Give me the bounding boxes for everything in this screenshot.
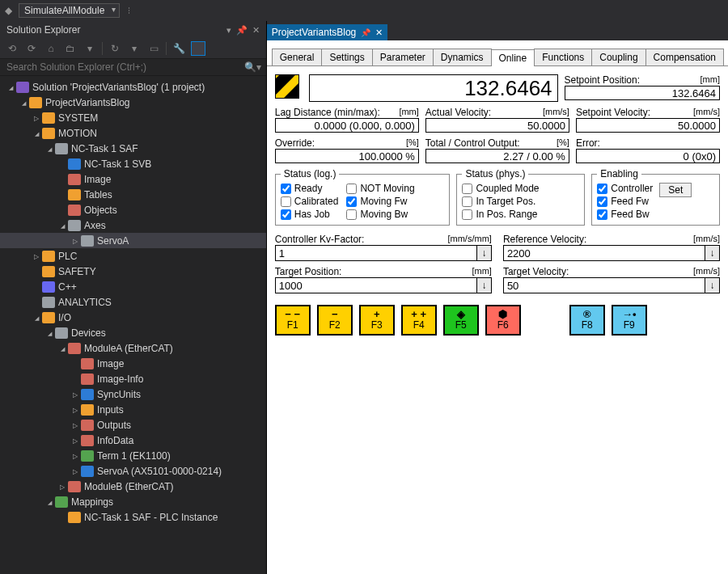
expand-arrow-icon[interactable] bbox=[31, 129, 42, 137]
tree-node[interactable]: ProjectVariantsBlog bbox=[0, 95, 266, 110]
refvel-input[interactable] bbox=[503, 245, 705, 261]
tgtvel-spin[interactable]: ↓ bbox=[705, 277, 720, 293]
panel-pin-icon[interactable]: 📌 bbox=[236, 25, 248, 36]
config-combo[interactable]: SimulateAllModule bbox=[19, 3, 120, 18]
tree-node[interactable]: I/O bbox=[0, 310, 266, 325]
movingfw-checkbox[interactable]: Moving Fw bbox=[346, 196, 414, 207]
expand-arrow-icon[interactable] bbox=[70, 421, 81, 429]
expand-arrow-icon[interactable] bbox=[70, 467, 81, 475]
expand-arrow-icon[interactable] bbox=[31, 314, 42, 322]
kv-input[interactable] bbox=[275, 245, 477, 261]
coupled-checkbox[interactable]: Coupled Mode bbox=[462, 183, 579, 194]
calibrated-checkbox[interactable]: Calibrated bbox=[281, 196, 339, 207]
tree-node[interactable]: Term 1 (EK1100) bbox=[0, 448, 266, 463]
sync-icon[interactable]: 🗀 bbox=[63, 41, 78, 56]
tree-node[interactable]: SAFETY bbox=[0, 264, 266, 279]
expand-arrow-icon[interactable] bbox=[44, 145, 55, 153]
fwd-icon[interactable]: ⟳ bbox=[24, 41, 39, 56]
tab-dynamics[interactable]: Dynamics bbox=[433, 49, 492, 65]
refvel-spin[interactable]: ↓ bbox=[705, 245, 720, 261]
tree-node[interactable]: C++ bbox=[0, 279, 266, 294]
expand-arrow-icon[interactable] bbox=[70, 390, 81, 399]
back-icon[interactable]: ⟲ bbox=[5, 41, 19, 56]
tgtpos-input[interactable] bbox=[275, 277, 477, 293]
intarget-checkbox[interactable]: In Target Pos. bbox=[462, 196, 579, 207]
tree-node[interactable]: Objects bbox=[0, 202, 266, 217]
tab-general[interactable]: General bbox=[272, 49, 323, 65]
tab-parameter[interactable]: Parameter bbox=[372, 49, 434, 65]
tree-node[interactable]: Image bbox=[0, 356, 266, 371]
f1-button[interactable]: − −F1 bbox=[275, 305, 311, 336]
tree-node[interactable]: NC-Task 1 SAF - PLC Instance bbox=[0, 509, 266, 525]
inpos-checkbox[interactable]: In Pos. Range bbox=[462, 209, 579, 220]
expand-arrow-icon[interactable] bbox=[70, 237, 81, 245]
movingbw-checkbox[interactable]: Moving Bw bbox=[346, 209, 414, 220]
ready-checkbox[interactable]: Ready bbox=[281, 183, 339, 194]
tab-compensation[interactable]: Compensation bbox=[645, 49, 724, 65]
panel-menu-icon[interactable]: ▾ bbox=[226, 25, 231, 36]
tree-node[interactable]: ServoA bbox=[0, 233, 266, 248]
home-icon[interactable]: ⌂ bbox=[44, 41, 58, 56]
expand-arrow-icon[interactable] bbox=[57, 222, 68, 230]
feedbw-checkbox[interactable]: Feed Bw bbox=[597, 209, 653, 220]
search-icon[interactable]: 🔍▾ bbox=[244, 61, 261, 73]
f5-button[interactable]: ◈F5 bbox=[443, 305, 479, 336]
dropdown2-icon[interactable]: ▾ bbox=[127, 41, 142, 56]
expand-arrow-icon[interactable] bbox=[57, 483, 68, 491]
f2-button[interactable]: −F2 bbox=[317, 305, 353, 336]
tab-settings[interactable]: Settings bbox=[321, 49, 372, 65]
close-icon[interactable]: ✕ bbox=[375, 27, 383, 38]
tree-node[interactable]: InfoData bbox=[0, 433, 266, 448]
tree-node[interactable]: NC-Task 1 SVB bbox=[0, 156, 266, 171]
tgtvel-input[interactable] bbox=[503, 277, 705, 293]
tree-node[interactable]: ANALYTICS bbox=[0, 294, 266, 310]
document-tab[interactable]: ProjectVariantsBlog 📌 ✕ bbox=[267, 24, 388, 40]
tree-node[interactable]: PLC bbox=[0, 248, 266, 264]
search-input[interactable] bbox=[5, 61, 244, 74]
expand-arrow-icon[interactable] bbox=[5, 83, 16, 91]
controller-checkbox[interactable]: Controller bbox=[597, 183, 653, 194]
pin-icon[interactable]: 📌 bbox=[361, 28, 370, 37]
tree-node[interactable]: SyncUnits bbox=[0, 386, 266, 402]
tree-node[interactable]: NC-Task 1 SAF bbox=[0, 141, 266, 156]
tree-node[interactable]: SYSTEM bbox=[0, 110, 266, 125]
tree-node[interactable]: ModuleA (EtherCAT) bbox=[0, 340, 266, 356]
expand-arrow-icon[interactable] bbox=[70, 452, 81, 460]
tab-functions[interactable]: Functions bbox=[534, 49, 592, 65]
expand-arrow-icon[interactable] bbox=[18, 99, 29, 107]
tgtpos-spin[interactable]: ↓ bbox=[477, 277, 492, 293]
properties-icon[interactable]: 🔧 bbox=[171, 41, 186, 56]
expand-arrow-icon[interactable] bbox=[44, 329, 55, 337]
expand-arrow-icon[interactable] bbox=[31, 252, 42, 260]
tree-node[interactable]: Mappings bbox=[0, 494, 266, 509]
tree-node[interactable]: ServoA (AX5101-0000-0214) bbox=[0, 463, 266, 479]
notmoving-checkbox[interactable]: NOT Moving bbox=[346, 183, 414, 194]
hasjob-checkbox[interactable]: Has Job bbox=[281, 209, 339, 220]
refresh-icon[interactable]: ↻ bbox=[108, 41, 122, 56]
tree-node[interactable]: Inputs bbox=[0, 402, 266, 417]
dropdown-extra-icon[interactable]: ⸽ bbox=[126, 5, 131, 16]
tree-node[interactable]: Image-Info bbox=[0, 371, 266, 386]
tree-node[interactable]: Axes bbox=[0, 217, 266, 233]
tree-node[interactable]: Solution 'ProjectVariantsBlog' (1 projec… bbox=[0, 79, 266, 95]
panel-close-icon[interactable]: ✕ bbox=[252, 25, 260, 36]
expand-arrow-icon[interactable] bbox=[31, 114, 42, 122]
solution-tree[interactable]: Solution 'ProjectVariantsBlog' (1 projec… bbox=[0, 76, 266, 574]
f6-button[interactable]: ⬢F6 bbox=[485, 305, 521, 336]
tree-node[interactable]: MOTION bbox=[0, 125, 266, 141]
f8-button[interactable]: ®F8 bbox=[569, 305, 605, 336]
f9-button[interactable]: →•F9 bbox=[612, 305, 647, 336]
expand-arrow-icon[interactable] bbox=[44, 498, 55, 506]
tree-node[interactable]: Image bbox=[0, 171, 266, 187]
tab-coupling[interactable]: Coupling bbox=[591, 49, 645, 65]
showall-toggle[interactable] bbox=[191, 41, 205, 56]
dropdown-icon[interactable]: ▾ bbox=[83, 41, 97, 56]
expand-arrow-icon[interactable] bbox=[57, 344, 68, 352]
tree-node[interactable]: Tables bbox=[0, 187, 266, 202]
expand-arrow-icon[interactable] bbox=[70, 406, 81, 414]
f3-button[interactable]: +F3 bbox=[359, 305, 395, 336]
kv-spin[interactable]: ↓ bbox=[477, 245, 492, 261]
tree-node[interactable]: Outputs bbox=[0, 417, 266, 433]
feedfw-checkbox[interactable]: Feed Fw bbox=[597, 196, 653, 207]
tab-online[interactable]: Online bbox=[491, 49, 535, 66]
